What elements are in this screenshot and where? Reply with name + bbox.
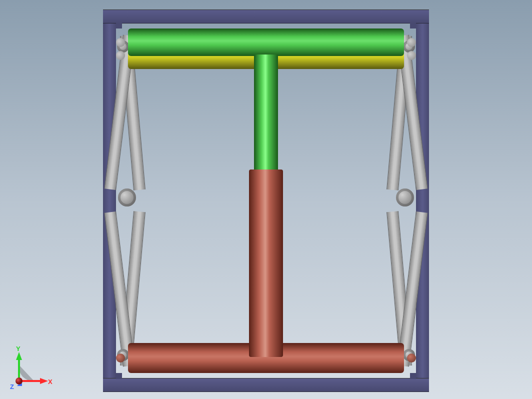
frame-side-top bbox=[103, 10, 429, 24]
assembly-model[interactable] bbox=[103, 10, 429, 392]
frame-lip bbox=[410, 373, 416, 379]
svg-marker-3 bbox=[16, 352, 22, 360]
roller-top-rear bbox=[128, 28, 404, 56]
orientation-triad[interactable]: X Y Z bbox=[9, 345, 54, 390]
axis-z-label: Z bbox=[10, 383, 14, 390]
frame-lip bbox=[116, 22, 122, 28]
cad-viewport[interactable]: X Y Z bbox=[0, 0, 532, 399]
frame-side-left bbox=[103, 10, 116, 392]
frame-side-bottom bbox=[103, 378, 429, 392]
frame-lip bbox=[116, 373, 122, 379]
axis-y-label: Y bbox=[16, 345, 20, 352]
piston-cylinder bbox=[249, 170, 283, 357]
svg-marker-1 bbox=[40, 378, 48, 384]
frame-side-right bbox=[416, 10, 429, 392]
triad-origin-icon bbox=[16, 378, 22, 384]
frame-lip bbox=[410, 22, 416, 28]
axis-x-icon bbox=[19, 378, 48, 384]
pivot-pin bbox=[118, 188, 136, 206]
axis-y-icon bbox=[16, 352, 22, 381]
piston-rod bbox=[254, 54, 278, 180]
pivot-pin bbox=[396, 188, 414, 206]
axis-x-label: X bbox=[48, 378, 52, 386]
